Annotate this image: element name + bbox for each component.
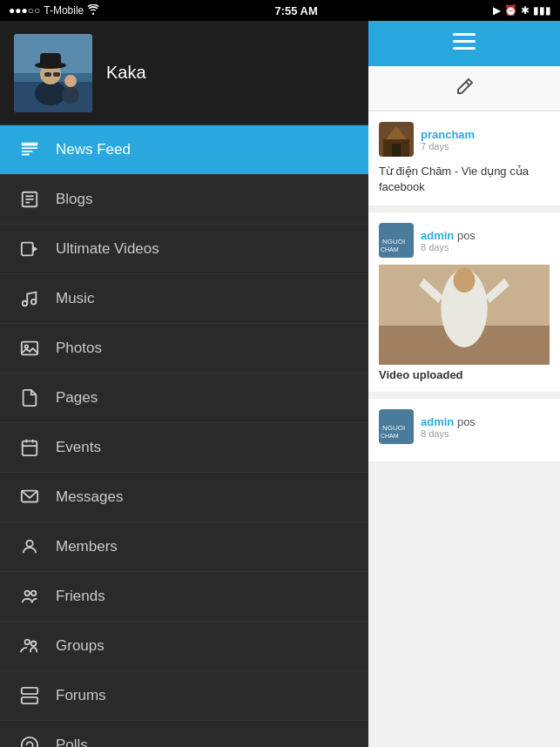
sidebar-item-news-feed[interactable]: News Feed [0,125,368,175]
feed-time: 7 days [421,141,475,151]
svg-rect-42 [453,47,476,50]
svg-rect-14 [22,154,30,156]
sidebar-item-messages[interactable]: Messages [0,473,368,522]
main-layout: Kaka News Feed Blogs [0,21,560,747]
feed-meta: prancham 7 days [421,128,475,151]
feed-username: admin pos [421,415,476,428]
svg-rect-12 [22,147,37,149]
feed-avatar-admin: NGUOI CHAM [379,223,414,258]
compose-button[interactable] [455,77,474,100]
right-panel: prancham 7 days Từ điện Chăm - Vie dụng … [368,21,560,747]
sidebar-item-pages[interactable]: Pages [0,374,368,423]
sidebar-item-label: Forums [56,687,106,704]
svg-text:CHAM: CHAM [381,433,399,439]
sidebar-item-label: Events [56,439,101,456]
feed-avatar-admin2: NGUOI CHAM [379,409,414,444]
photos-icon [17,336,42,360]
status-bar: ●●●○○ T-Mobile 7:55 AM ▶ ⏰ ✱ ▮▮▮ [0,0,560,21]
svg-rect-7 [44,72,51,77]
feed-header: NGUOI CHAM admin pos 8 days [379,409,550,444]
feed-header: prancham 7 days [379,122,550,157]
sidebar-item-music[interactable]: Music [0,274,368,324]
sidebar-item-polls[interactable]: Polls [0,721,368,747]
sidebar-item-label: Music [56,290,94,307]
svg-rect-19 [22,243,33,256]
feed-post-1: prancham 7 days Từ điện Chăm - Vie dụng … [368,111,560,205]
sidebar-item-members[interactable]: Members [0,522,368,572]
sidebar-item-label: Photos [56,340,102,357]
blogs-icon [17,187,42,212]
music-icon [17,286,42,311]
svg-rect-8 [53,72,60,77]
feed-video-thumbnail[interactable] [379,265,550,365]
sidebar-item-label: Groups [56,637,105,655]
svg-point-24 [25,345,29,348]
svg-line-43 [466,82,469,85]
svg-text:NGUOI: NGUOI [382,424,405,432]
status-right: ▶ ⏰ ✱ ▮▮▮ [493,4,551,17]
sidebar: Kaka News Feed Blogs [0,21,368,747]
svg-rect-36 [22,697,37,703]
svg-point-54 [454,268,476,293]
sidebar-item-groups[interactable]: Groups [0,622,368,671]
sidebar-item-label: Blogs [56,191,93,208]
battery-icon: ▮▮▮ [533,4,551,17]
feed-caption: Video uploaded [379,368,550,381]
profile-area[interactable]: Kaka [0,21,368,125]
top-bar [368,21,560,66]
hamburger-button[interactable] [453,33,476,54]
feed-meta: admin pos 8 days [421,415,476,439]
svg-rect-23 [22,342,37,355]
sidebar-item-label: Friends [56,588,105,605]
svg-rect-13 [22,151,33,152]
svg-text:NGUOI: NGUOI [382,238,405,246]
feed-post-3: NGUOI CHAM admin pos 8 days [368,399,560,461]
sidebar-item-friends[interactable]: Friends [0,572,368,622]
compose-bar [368,66,560,111]
alarm-icon: ⏰ [504,4,517,17]
events-icon [17,435,42,460]
sidebar-item-blogs[interactable]: Blogs [0,175,368,225]
members-icon [17,535,42,559]
polls-icon [17,733,42,747]
videos-icon [17,237,42,261]
sidebar-item-label: Polls [56,737,88,747]
sidebar-item-ultimate-videos[interactable]: Ultimate Videos [0,225,368,274]
feed-username: admin pos [421,229,476,242]
feed-meta: admin pos 8 days [421,229,476,252]
svg-point-30 [26,541,32,547]
sidebar-item-photos[interactable]: Photos [0,324,368,374]
sidebar-item-label: News Feed [56,141,131,158]
feed-post-2: NGUOI CHAM admin pos 8 days [368,212,560,392]
friends-icon [17,584,42,609]
svg-point-10 [64,75,77,87]
news-feed-icon [17,138,42,162]
signal-dots: ●●●○○ [9,4,40,17]
sidebar-item-label: Messages [56,488,123,506]
svg-point-9 [62,86,79,104]
svg-point-32 [31,591,37,596]
feed-avatar-prancham [379,122,414,157]
feed-time: 8 days [421,242,476,252]
svg-rect-41 [453,40,476,43]
svg-marker-20 [33,246,37,252]
svg-point-21 [23,301,28,306]
wifi-icon [87,4,99,17]
svg-rect-47 [392,144,401,157]
sidebar-item-forums[interactable]: Forums [0,671,368,721]
feed-username: prancham [421,128,475,141]
sidebar-item-label: Pages [56,389,98,407]
sidebar-item-events[interactable]: Events [0,423,368,473]
svg-point-3 [35,81,66,105]
feed-text: Từ điện Chăm - Vie dụng của facebook [379,164,550,195]
groups-icon [17,634,42,658]
nav-list: News Feed Blogs Ultimate Videos [0,125,368,747]
avatar [14,34,92,112]
svg-rect-25 [23,441,37,456]
sidebar-item-label: Ultimate Videos [56,240,159,258]
feed-header: NGUOI CHAM admin pos 8 days [379,223,550,258]
carrier-label: T-Mobile [44,4,84,17]
svg-rect-11 [22,143,37,146]
location-icon: ▶ [493,4,501,17]
sidebar-item-label: Members [56,538,118,555]
